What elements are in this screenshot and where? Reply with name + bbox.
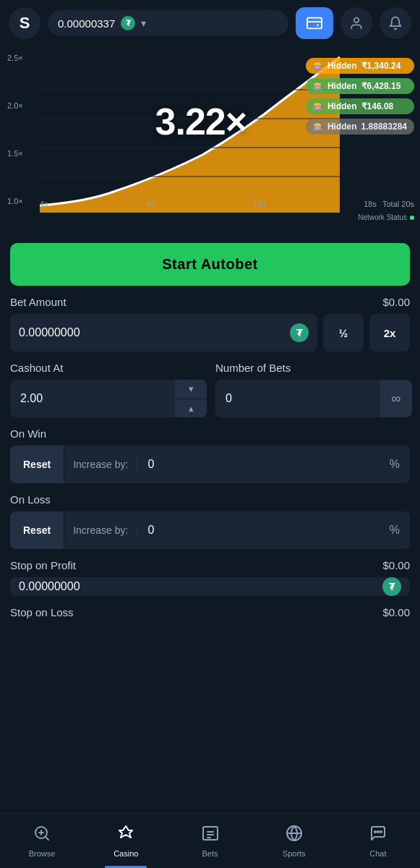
bottom-spacer [10,629,410,694]
on-loss-reset-button[interactable]: Reset [10,511,64,549]
bet-amount-input[interactable] [19,326,290,339]
bet-badge-4: 🎰 Hidden 1.88883284 [306,119,414,135]
network-status: Network Status [358,213,414,221]
on-loss-label: On Loss [10,493,410,506]
bet-amount-value: $0.00 [382,296,410,308]
on-win-increase-label: Increase by: [64,459,137,470]
nav-sports[interactable]: Sports [252,814,336,868]
stop-on-profit-section: Stop on Profit $0.00 ₮ [10,559,410,596]
casino-label: Casino [113,849,138,858]
nav-bets[interactable]: Bets [168,814,252,868]
logo-button[interactable]: S [9,7,40,39]
status-dot [410,216,414,220]
nav-chat[interactable]: Chat [336,814,420,868]
cashout-section: Cashout At ▾ ▴ [10,362,207,417]
on-loss-increase-label: Increase by: [64,524,137,536]
bell-button[interactable] [380,7,411,39]
svg-point-18 [374,831,376,833]
svg-point-2 [317,24,319,26]
badge-icon-3: 🎰 [313,102,323,111]
nav-casino[interactable]: Casino [84,814,168,868]
on-win-input-row: Reset Increase by: % [10,446,410,483]
badge-icon-1: 🎰 [313,61,323,71]
badge-amount-4: 1.88883284 [361,122,407,132]
cashout-arrows: ▾ ▴ [175,380,207,417]
bet-badge-3: 🎰 Hidden ₹146.08 [306,98,414,114]
y-label-10: 1.0× [7,197,23,205]
badge-amount-2: ₹6,428.15 [361,81,401,91]
badge-hidden-4: Hidden [327,122,357,132]
chat-label: Chat [369,849,386,858]
infinity-icon: ∞ [392,391,401,407]
svg-point-19 [377,831,379,833]
logo-text: S [20,14,30,33]
chat-icon [369,825,387,846]
x-label-13s: 13s [253,200,266,208]
svg-line-10 [46,836,48,839]
on-loss-input-row: Reset Increase by: % [10,511,410,549]
wallet-button[interactable] [296,7,333,39]
bottom-navigation: Browse Casino Bets Spor [0,813,420,868]
network-status-text: Network Status [358,213,407,221]
stop-profit-input[interactable] [19,580,382,593]
svg-rect-0 [307,18,322,29]
bets-icon [202,825,219,846]
total-label: Total 20s [382,200,414,208]
bets-input[interactable] [215,392,380,405]
user-icon [349,16,364,30]
y-label-25: 2.5× [7,54,23,62]
cashout-input[interactable] [10,392,175,405]
on-loss-section: On Loss Reset Increase by: % [10,493,410,549]
autobet-button[interactable]: Start Autobet [10,243,410,286]
bet-amount-label: Bet Amount [10,296,67,308]
tether-icon: ₮ [121,16,135,30]
stop-profit-label: Stop on Profit [10,559,76,571]
badge-hidden-1: Hidden [327,61,357,71]
balance-button[interactable]: 0.00000337 ₮ ▾ [48,10,288,36]
x-label-4s: 4s [40,200,48,208]
multiplier-display: 3.22× [155,100,247,143]
on-win-reset-button[interactable]: Reset [10,446,64,483]
header: S 0.00000337 ₮ ▾ [0,0,420,46]
sports-label: Sports [283,849,306,858]
half-button[interactable]: ½ [323,314,364,352]
cashout-up-button[interactable]: ▴ [175,399,207,418]
bets-overlay: 🎰 Hidden ₹1,340.24 🎰 Hidden ₹6,428.15 🎰 … [306,58,414,135]
balance-text: 0.00000337 [58,17,115,30]
on-loss-percent: % [380,524,410,537]
bets-label: Number of Bets [215,362,291,374]
x-axis-labels: 4s 9s 13s 18s [40,200,420,208]
on-win-label: On Win [10,427,410,440]
stop-profit-value: $0.00 [382,559,410,571]
number-of-bets-section: Number of Bets ∞ [215,362,412,417]
cashout-bets-row: Cashout At ▾ ▴ Number of Bets ∞ [10,362,410,417]
browse-label: Browse [29,849,56,858]
y-label-20: 2.0× [7,101,23,110]
sports-icon [286,825,303,846]
nav-browse[interactable]: Browse [0,814,84,868]
stop-on-loss-section: Stop on Loss $0.00 [10,606,410,618]
badge-amount-1: ₹1,340.24 [361,61,401,71]
bet-amount-header: Bet Amount $0.00 [10,296,410,308]
x-label-9s: 9s [146,200,155,208]
on-win-input[interactable] [137,458,379,471]
svg-point-3 [354,18,359,23]
bets-label: Bets [202,849,218,858]
bets-header: Number of Bets [215,362,412,374]
y-label-15: 1.5× [7,149,23,158]
infinity-button[interactable]: ∞ [380,380,412,417]
on-loss-input[interactable] [137,524,379,537]
user-button[interactable] [340,7,372,39]
bet-badge-2: 🎰 Hidden ₹6,428.15 [306,78,414,94]
svg-point-20 [380,831,382,833]
bet-amount-input-row: ₮ ½ 2x [10,314,410,352]
badge-amount-3: ₹146.08 [361,101,394,111]
badge-hidden-2: Hidden [327,81,357,91]
main-content: Start Autobet Bet Amount $0.00 ₮ ½ 2x Ca… [0,234,420,702]
bell-icon [388,16,403,30]
stop-profit-input-container: ₮ [10,577,410,596]
double-button[interactable]: 2x [369,314,410,352]
cashout-down-button[interactable]: ▾ [175,380,207,399]
stop-profit-header: Stop on Profit $0.00 [10,559,410,571]
chevron-down-icon: ▾ [141,17,146,29]
